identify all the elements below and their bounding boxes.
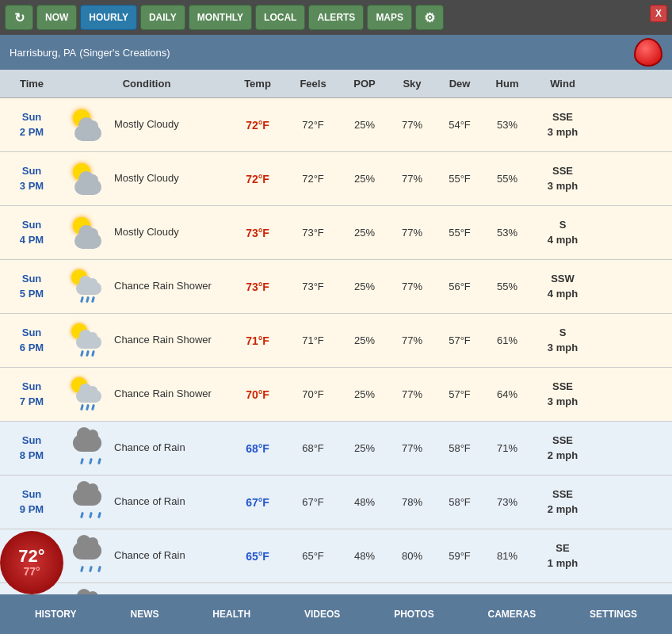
nav-maps-button[interactable]: MAPS — [367, 5, 412, 30]
wind-cell: SSE 2 mph — [531, 487, 594, 516]
bottom-history[interactable]: HISTORY — [30, 605, 82, 623]
location-text: Harrisburg, PA (Singer's Creations) — [10, 46, 170, 59]
feels-cell: 67°F — [285, 493, 341, 511]
table-row: Sun 5 PM Chance Rain Shower 73°F 73°F 25… — [0, 260, 672, 314]
time-cell: Sun 9 PM — [0, 484, 63, 519]
chance-rain-icon — [70, 430, 108, 468]
table-header: Time Condition Temp Feels POP Sky Dew Hu… — [0, 70, 672, 98]
pop-cell: 48% — [341, 547, 388, 565]
bottom-news[interactable]: NEWS — [125, 605, 163, 623]
dew-cell: 58°F — [436, 439, 483, 457]
hum-cell: 64% — [483, 385, 531, 403]
ladybug-icon — [634, 38, 662, 67]
wind-dir: SSE — [531, 110, 594, 124]
weather-table-body[interactable]: Sun 2 PM Mostly Cloudy 72°F 72°F 25% 77%… — [0, 98, 672, 594]
chance-rain-icon — [70, 537, 108, 575]
table-row: Sun 2 PM Mostly Cloudy 72°F 72°F 25% 77%… — [0, 98, 672, 152]
sky-cell: 77% — [388, 170, 436, 188]
pop-cell: 48% — [341, 493, 388, 511]
col-pop: POP — [341, 78, 388, 90]
app-window: ↻ NOW HOURLY DAILY MONTHLY LOCAL ALERTS … — [0, 0, 672, 634]
hour-label: 8 PM — [3, 449, 60, 463]
wind-dir: S — [531, 326, 594, 340]
dew-cell: 57°F — [436, 331, 483, 349]
condition-text: Mostly Cloudy — [114, 226, 179, 239]
hum-cell: 81% — [483, 547, 531, 565]
nav-local-button[interactable]: LOCAL — [255, 5, 305, 30]
day-label: Sun — [3, 110, 60, 124]
nav-hourly-button[interactable]: HOURLY — [80, 5, 137, 30]
time-cell: Sun 5 PM — [0, 269, 63, 304]
condition-text: Mostly Cloudy — [114, 172, 179, 185]
current-temp-display: 72° 77° — [0, 531, 63, 594]
bottom-videos[interactable]: VIDEOS — [300, 605, 345, 623]
dew-cell: 55°F — [436, 223, 483, 242]
feels-cell: 70°F — [285, 385, 341, 403]
dew-cell: 56°F — [436, 277, 483, 296]
chance-rain-icon — [70, 591, 108, 595]
hour-label: 2 PM — [3, 125, 60, 139]
wind-spd: 2 mph — [531, 449, 594, 463]
sky-cell: 78% — [388, 493, 436, 511]
temp-cell: 67°F — [230, 493, 285, 512]
col-feels: Feels — [285, 78, 341, 90]
dew-cell: 54°F — [436, 116, 483, 134]
condition-cell: Chance of Rain — [63, 588, 230, 595]
table-row: Sun 8 PM Chance of Rain 68°F 68°F 25% 77… — [0, 422, 672, 476]
time-cell: Sun 2 PM — [0, 107, 63, 142]
bottom-health[interactable]: HEALTH — [208, 605, 255, 623]
close-button[interactable]: X — [650, 5, 667, 22]
nav-monthly-button[interactable]: MONTHLY — [189, 5, 252, 30]
wind-spd: 2 mph — [531, 502, 594, 517]
wind-dir: S — [531, 218, 594, 232]
wind-spd: 3 mph — [531, 179, 594, 193]
hour-label: 4 PM — [3, 233, 60, 247]
time-cell: Sun 8 PM — [0, 430, 63, 465]
wind-dir: SSW — [531, 272, 594, 286]
pop-cell: 25% — [341, 331, 388, 349]
wind-cell: SSE 3 mph — [531, 164, 594, 193]
temp-cell: 73°F — [230, 277, 285, 296]
condition-cell: Chance of Rain — [63, 426, 230, 471]
feels-cell: 72°F — [285, 170, 341, 188]
pop-cell: 25% — [341, 170, 388, 188]
time-cell: Sun 7 PM — [0, 376, 63, 411]
dew-cell: 59°F — [436, 547, 483, 565]
table-row: Sun 9 PM Chance of Rain 67°F 67°F 48% 78… — [0, 476, 672, 529]
time-cell: Sun 4 PM — [0, 215, 63, 250]
temp-cell: 72°F — [230, 170, 285, 189]
condition-cell: Chance Rain Shower — [63, 319, 230, 363]
table-row: Sun 11 PM Chance of Rain 64°F 64°F 48% 8… — [0, 583, 672, 594]
col-hum: Hum — [483, 78, 531, 90]
pop-cell: 25% — [341, 385, 388, 403]
table-row: Sun 4 PM Mostly Cloudy 73°F 73°F 25% 77%… — [0, 206, 672, 260]
condition-cell: Chance Rain Shower — [63, 265, 230, 309]
sky-cell: 77% — [388, 116, 436, 134]
hum-cell: 61% — [483, 331, 531, 349]
hum-cell: 53% — [483, 223, 531, 242]
feels-cell: 72°F — [285, 116, 341, 134]
bottom-settings[interactable]: SETTINGS — [585, 605, 642, 623]
condition-cell: Mostly Cloudy — [63, 157, 230, 201]
day-label: Sun — [3, 326, 60, 340]
hour-label: 5 PM — [3, 287, 60, 301]
refresh-button[interactable]: ↻ — [5, 5, 33, 30]
temp-cell: 71°F — [230, 331, 285, 350]
bottom-cameras[interactable]: CAMERAS — [483, 605, 541, 623]
hour-label: 7 PM — [3, 395, 60, 409]
settings-button[interactable]: ⚙ — [415, 5, 444, 30]
nav-daily-button[interactable]: DAILY — [140, 5, 185, 30]
nav-now-button[interactable]: NOW — [36, 5, 77, 30]
col-time: Time — [0, 78, 63, 90]
hum-cell: 71% — [483, 439, 531, 457]
col-temp: Temp — [230, 78, 285, 90]
current-temp-value: 72° — [18, 548, 44, 565]
rain-shower-icon — [70, 268, 108, 306]
pop-cell: 25% — [341, 116, 388, 134]
title-bar: ↻ NOW HOURLY DAILY MONTHLY LOCAL ALERTS … — [0, 0, 672, 35]
dew-cell: 55°F — [436, 170, 483, 188]
bottom-photos[interactable]: PHOTOS — [389, 605, 438, 623]
hour-label: 3 PM — [3, 179, 60, 193]
nav-alerts-button[interactable]: ALERTS — [308, 5, 364, 30]
wind-spd: 3 mph — [531, 125, 594, 139]
